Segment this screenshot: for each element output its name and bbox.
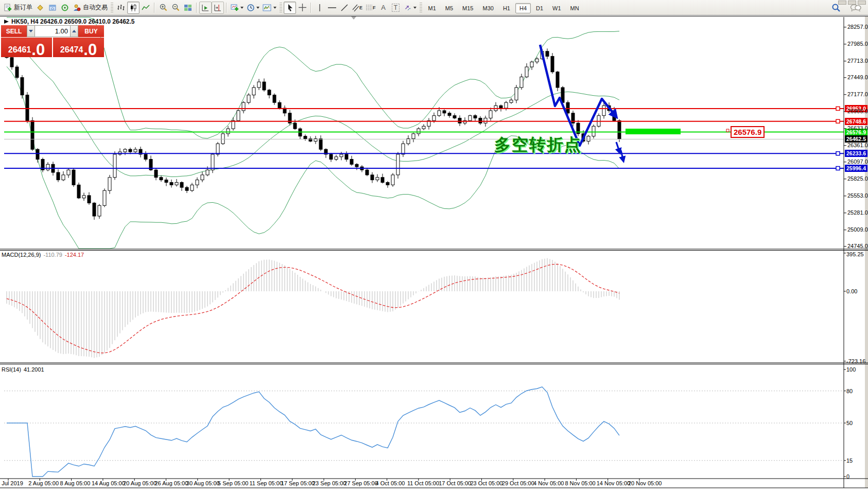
cursor-button[interactable] <box>284 2 296 14</box>
equidistant-channel-button[interactable]: E <box>351 2 364 14</box>
chart-shift-icon <box>214 4 222 12</box>
profile-diamond-icon <box>36 4 44 12</box>
sell-button[interactable]: SELL <box>1 25 27 37</box>
zoom-in-button[interactable] <box>157 2 169 14</box>
channel-letter: E <box>359 5 362 10</box>
window-button[interactable] <box>838 1 846 5</box>
dropdown-caret-icon <box>240 7 244 9</box>
text-label-button[interactable]: T <box>390 2 402 14</box>
template-icon <box>263 4 272 12</box>
chart-window[interactable] <box>0 16 868 488</box>
line-chart-icon <box>142 4 150 12</box>
rsi-name: RSI(14) <box>2 366 21 373</box>
timeframe-m5[interactable]: M5 <box>441 3 457 13</box>
timeframe-h4[interactable]: H4 <box>515 3 531 13</box>
buy-button[interactable]: BUY <box>78 25 104 37</box>
chart-shift-button[interactable] <box>212 2 224 14</box>
zoom-out-icon <box>171 3 180 12</box>
volume-down-button[interactable] <box>27 25 35 37</box>
timeframe-d1[interactable]: D1 <box>532 3 547 13</box>
zoom-in-icon <box>159 3 168 12</box>
buy-price-button[interactable]: 26474 .0 <box>53 38 104 57</box>
candlestick-chart-button[interactable] <box>127 2 140 14</box>
timeframe-mn[interactable]: MN <box>566 3 583 13</box>
auto-scroll-icon <box>201 4 210 12</box>
vertical-line-button[interactable] <box>314 2 326 14</box>
sell-price-main: 26461 <box>8 46 31 54</box>
tile-windows-icon <box>184 4 192 12</box>
cursor-icon <box>286 4 294 12</box>
toolbar-grip <box>111 3 113 13</box>
macd-indicator-label: MACD(12,26,9)-110.79-124.17 <box>2 252 84 258</box>
market-watch-icon <box>48 4 57 12</box>
clock-icon <box>247 4 255 12</box>
toolbar-separator <box>310 3 311 13</box>
symbol-header: HK50, H4 26426.0 26509.0 26410.0 26462.5 <box>11 18 135 25</box>
trendline-icon <box>340 4 349 12</box>
chart-profiles-button[interactable] <box>34 2 46 14</box>
text-button[interactable]: A <box>377 2 390 14</box>
symbol-header-icon <box>4 20 9 24</box>
channel-icon <box>352 4 359 12</box>
volume-input[interactable]: 1.00 <box>35 25 70 37</box>
auto-scroll-button[interactable] <box>199 2 212 14</box>
new-order-icon <box>4 4 12 12</box>
dropdown-caret-icon <box>413 7 416 9</box>
window-button[interactable] <box>848 1 856 5</box>
timeframe-m1[interactable]: M1 <box>424 3 440 13</box>
new-order-button[interactable]: 新订单 <box>2 2 34 14</box>
chart-annotation-text[interactable]: 多空转折点 <box>494 134 582 156</box>
tile-windows-button[interactable] <box>182 2 194 14</box>
new-chart-icon <box>231 4 239 12</box>
timeframe-m15[interactable]: M15 <box>458 3 477 13</box>
new-order-label: 新订单 <box>14 3 32 12</box>
crosshair-button[interactable] <box>296 2 308 14</box>
window-splitter-icon[interactable] <box>351 16 356 20</box>
market-watch-button[interactable] <box>46 2 59 14</box>
new-chart-button[interactable] <box>229 2 245 14</box>
one-click-trade-panel: SELL 1.00 BUY 26461 .0 26474 .0 <box>1 25 104 57</box>
zoom-out-button[interactable] <box>169 2 182 14</box>
periods-button[interactable] <box>245 2 261 14</box>
arrows-tool-button[interactable] <box>402 2 418 14</box>
horizontal-line-button[interactable] <box>326 2 338 14</box>
candlestick-chart-icon <box>129 4 137 12</box>
arrows-tool-icon <box>404 4 412 12</box>
rsi-value: 41.2001 <box>24 366 44 373</box>
macd-value-signal: -124.17 <box>65 252 84 258</box>
fibonacci-letter: F <box>373 5 376 10</box>
main-toolbar: 新订单 自动交易 <box>0 0 868 15</box>
timeframe-m30[interactable]: M30 <box>478 3 497 13</box>
templates-button[interactable] <box>261 2 278 14</box>
trendline-button[interactable] <box>338 2 351 14</box>
timeframe-h1[interactable]: H1 <box>499 3 514 13</box>
fibonacci-icon <box>366 4 373 12</box>
toolbar-grip <box>280 3 282 13</box>
window-button[interactable] <box>858 1 866 5</box>
sell-price-decimal: .0 <box>31 43 45 57</box>
auto-trading-icon <box>73 4 81 12</box>
text-tool-letter: A <box>381 4 386 11</box>
sell-price-button[interactable]: 26461 .0 <box>1 38 52 57</box>
crosshair-icon <box>298 3 307 12</box>
line-chart-button[interactable] <box>140 2 152 14</box>
horizontal-line-icon <box>327 4 337 12</box>
signal-icon <box>61 4 69 12</box>
window-controls[interactable] <box>838 1 866 5</box>
volume-up-button[interactable] <box>70 25 78 37</box>
price-callout-label[interactable]: 26576.9 <box>731 126 765 138</box>
signals-button[interactable] <box>59 2 71 14</box>
bar-chart-button[interactable] <box>115 2 127 14</box>
auto-trading-label: 自动交易 <box>83 3 108 12</box>
toolbar-separator <box>226 3 227 13</box>
macd-value-main: -110.79 <box>43 252 62 258</box>
spin-down-icon <box>29 30 33 32</box>
right-scroll-strip[interactable] <box>865 16 868 488</box>
timeframe-w1[interactable]: W1 <box>548 3 565 13</box>
toolbar-separator <box>154 3 155 13</box>
spin-up-icon <box>72 30 76 32</box>
dropdown-caret-icon <box>273 7 276 9</box>
fibonacci-button[interactable]: F <box>364 2 377 14</box>
toolbar-separator <box>196 3 197 13</box>
auto-trading-button[interactable]: 自动交易 <box>71 2 109 14</box>
